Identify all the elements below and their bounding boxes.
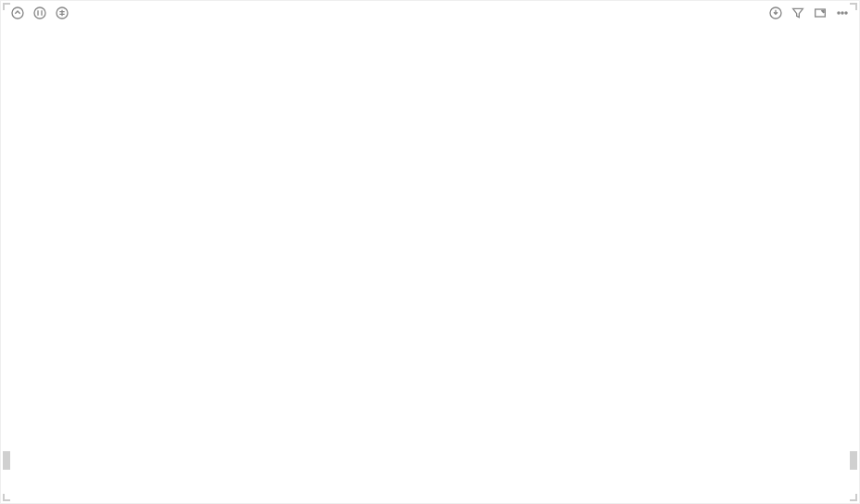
expand-all-icon[interactable]	[52, 3, 72, 23]
filter-icon[interactable]	[788, 3, 808, 23]
svg-point-5	[838, 12, 840, 14]
svg-point-1	[34, 7, 45, 19]
scroll-handle-right[interactable]	[850, 451, 857, 470]
svg-point-6	[841, 12, 843, 14]
export-icon[interactable]	[765, 3, 786, 23]
drill-down-icon[interactable]	[30, 3, 50, 23]
resize-handle[interactable]	[3, 3, 10, 10]
ribbon-chart[interactable]	[14, 84, 846, 470]
svg-point-0	[12, 7, 23, 19]
focus-mode-icon[interactable]	[810, 3, 830, 23]
legend	[1, 31, 859, 40]
visual-toolbar	[1, 1, 859, 25]
drill-up-icon[interactable]	[7, 3, 28, 23]
resize-handle[interactable]	[850, 3, 857, 10]
scroll-handle-left[interactable]	[3, 451, 10, 470]
visual-card	[0, 0, 860, 504]
resize-handle[interactable]	[3, 494, 10, 501]
svg-point-7	[845, 12, 847, 14]
resize-handle[interactable]	[850, 494, 857, 501]
